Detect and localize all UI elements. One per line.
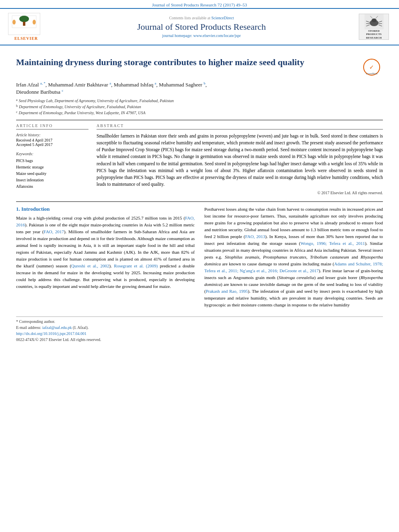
species-1: Sitophilus zeamais [225,255,259,259]
journal-citation: Journal of Stored Products Research 72 (… [152,2,247,7]
doi-link[interactable]: http://dx.doi.org/10.1016/j.jspr.2017.04… [16,331,383,336]
email-link[interactable]: iafzal@uaf.edu.pk [42,325,72,330]
sciencedirect-line: Contents lists available at ScienceDirec… [44,16,359,20]
authors-section: Irfan Afzal a, *, Muhammad Amir Bakhtava… [16,81,383,95]
intro-left-col: 1. Introduction Maize is a high-yielding… [16,206,195,309]
journal-top-bar: Journal of Stored Products Research 72 (… [0,0,399,9]
keyword-5: Aflatoxins [16,183,88,190]
issn-copyright: 0022-474X/© 2017 Elsevier Ltd. All right… [16,337,383,342]
keyword-1: PICS bags [16,158,88,164]
intro-left-text: Maize is a high-yielding cereal crop wit… [16,215,195,290]
abstract-label: ABSTRACT [97,123,383,129]
affiliation-2: b Department of Entomology, University o… [16,104,383,110]
stored-products-label: STOREDPRODUCTSRESEARCH [366,29,382,39]
journal-header-center: Contents lists available at ScienceDirec… [44,16,359,38]
species-3: Tribolium castaneum [310,255,349,259]
abstract-col: ABSTRACT Smallholder farmers in Pakistan… [97,123,383,195]
article-title-section: Maintaining dryness during storage contr… [16,57,383,78]
svg-point-1 [19,16,29,22]
journal-title: Journal of Stored Products Research [44,22,359,32]
journal-homepage: journal homepage: www.elsevier.com/locat… [44,33,359,38]
elsevier-label: ELSEVIER [8,36,44,41]
keyword-4: Insect infestation [16,177,88,183]
keyword-2: Hermetic storage [16,164,88,170]
copyright-line: © 2017 Elsevier Ltd. All rights reserved… [97,191,383,195]
author-1: Irfan Afzal a, * [16,82,45,88]
article-title: Maintaining dryness during storage contr… [16,57,359,68]
email-note: E-mail address: iafzal@uaf.edu.pk (I. Af… [16,325,383,330]
author-4: Muhammad Sagheer b [159,82,206,88]
elsevier-image [8,13,40,35]
svg-point-4 [33,20,36,25]
keyword-3: Maize seed quality [16,170,88,177]
species-5: Sitotroga cerealelia [279,275,314,280]
accepted-date: Accepted 5 April 2017 [16,142,88,147]
author-2: Muhammad Amir Bakhtavar a [48,82,111,88]
elsevier-svg-icon [10,15,38,33]
affiliation-3: c Department of Entomology, Purdue Unive… [16,110,383,116]
keywords-block: Keywords: PICS bags Hermetic storage Mai… [16,152,88,190]
affiliation-1: a Seed Physiology Lab, Department of Agr… [16,98,383,104]
affiliations-section: a Seed Physiology Lab, Department of Agr… [16,98,383,116]
keywords-label: Keywords: [16,152,88,156]
ref-prakash1995[interactable]: Prakash and Rao, 1995 [206,289,248,294]
ref-adams1978[interactable]: Adams and Schulter, 1978; Tefera et al.,… [204,261,383,273]
beetle-svg-icon [362,14,386,29]
article-history-block: Article history: Received 4 April 2017 A… [16,133,88,147]
article-info-abstract-section: ARTICLE INFO Article history: Received 4… [16,120,383,195]
beetle-image: STOREDPRODUCTSRESEARCH [359,14,389,40]
article-info-col: ARTICLE INFO Article history: Received 4… [16,123,88,195]
intro-columns: 1. Introduction Maize is a high-yielding… [16,206,383,309]
ref-fao2016[interactable]: FAO, 2016 [16,216,195,227]
footer-section: * Corresponding author. E-mail address: … [16,316,383,342]
abstract-text: Smallholder farmers in Pakistan store th… [97,133,383,188]
ref-fao2013[interactable]: FAO, 2013 [245,234,265,239]
sciencedirect-link[interactable]: ScienceDirect [211,16,234,20]
corresponding-note: * Corresponding author. [16,319,383,324]
homepage-url[interactable]: www.elsevier.com/locate/jspr [193,33,241,38]
intro-right-text: Postharvest losses along the value chain… [204,206,383,309]
author-3: Muhammad Ishfaq a [114,82,156,88]
history-label: Article history: [16,133,88,137]
svg-point-3 [12,20,16,25]
introduction-section: 1. Introduction Maize is a high-yielding… [16,201,383,309]
main-content: Maintaining dryness during storage contr… [0,45,399,346]
intro-section-title: 1. Introduction [16,206,195,212]
svg-point-7 [371,18,376,22]
elsevier-logo-area: ELSEVIER [8,13,44,41]
author-5: Dieudonne Baributsa c [16,89,63,95]
crossmark-svg-icon: ✓ CrossMark [363,58,381,76]
svg-text:✓: ✓ [369,64,374,70]
journal-right-logo: STOREDPRODUCTSRESEARCH [359,14,391,40]
species-2: Prostephanus truncates [263,255,306,259]
journal-header: ELSEVIER Contents lists available at Sci… [0,9,399,45]
article-info-label: ARTICLE INFO [16,123,88,129]
ref-rosegrant2009[interactable]: Rosegrant et al. (2009) [114,263,158,268]
svg-text:CrossMark: CrossMark [366,72,378,75]
ref-qureshi2002[interactable]: Qureshi et al., 2002 [71,263,109,268]
svg-rect-2 [23,22,25,26]
ref-fao2017[interactable]: FAO, 2017 [44,229,64,234]
crossmark-logo: ✓ CrossMark [363,58,383,78]
received-date: Received 4 April 2017 [16,138,88,142]
intro-right-col: Postharvest losses along the value chain… [204,206,383,309]
ref-wongo1996[interactable]: Wongo, 1996; Tefera et al., 2011 [300,241,365,246]
